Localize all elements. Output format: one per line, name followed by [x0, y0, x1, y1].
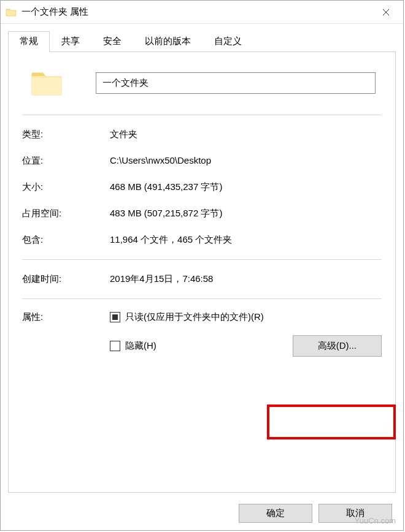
- divider: [22, 259, 382, 260]
- size-row: 大小: 468 MB (491,435,237 字节): [22, 174, 382, 200]
- tab-bar: 常规 共享 安全 以前的版本 自定义: [1, 31, 403, 51]
- location-row: 位置: C:\Users\nwx50\Desktop: [22, 148, 382, 174]
- tab-general[interactable]: 常规: [8, 31, 50, 52]
- tab-sharing[interactable]: 共享: [50, 31, 91, 51]
- folder-icon-large: [28, 64, 65, 101]
- folder-icon: [6, 7, 17, 17]
- attributes-row: 属性: 只读(仅应用于文件夹中的文件)(R): [22, 305, 382, 329]
- dialog-buttons: 确定 取消: [239, 504, 392, 523]
- close-icon: [382, 9, 390, 16]
- readonly-checkbox[interactable]: 只读(仅应用于文件夹中的文件)(R): [110, 311, 264, 323]
- created-value: 2019年4月15日，7:46:58: [110, 273, 382, 285]
- disk-size-row: 占用空间: 483 MB (507,215,872 字节): [22, 200, 382, 227]
- hidden-checkbox[interactable]: 隐藏(H): [110, 340, 156, 352]
- created-label: 创建时间:: [22, 273, 110, 285]
- attributes-label: 属性:: [22, 311, 110, 323]
- created-row: 创建时间: 2019年4月15日，7:46:58: [22, 266, 382, 292]
- hidden-row: 隐藏(H) 高级(D)...: [22, 329, 382, 363]
- location-value: C:\Users\nwx50\Desktop: [110, 155, 382, 167]
- type-value: 文件夹: [110, 129, 382, 140]
- contains-value: 11,964 个文件，465 个文件夹: [110, 234, 382, 246]
- divider: [22, 298, 382, 299]
- contains-row: 包含: 11,964 个文件，465 个文件夹: [22, 227, 382, 253]
- checkbox-indeterminate-icon: [110, 312, 120, 322]
- window-title: 一个文件夹 属性: [21, 6, 374, 18]
- size-value: 468 MB (491,435,237 字节): [110, 181, 382, 193]
- disk-size-value: 483 MB (507,215,872 字节): [110, 208, 382, 219]
- location-label: 位置:: [22, 155, 110, 167]
- type-row: 类型: 文件夹: [22, 121, 382, 148]
- hidden-label: 隐藏(H): [125, 340, 156, 352]
- contains-label: 包含:: [22, 234, 110, 246]
- tab-previous-versions[interactable]: 以前的版本: [133, 31, 202, 51]
- advanced-button[interactable]: 高级(D)...: [293, 335, 382, 357]
- titlebar: 一个文件夹 属性: [1, 1, 403, 24]
- tab-customize[interactable]: 自定义: [202, 31, 253, 51]
- checkbox-icon: [110, 341, 120, 351]
- tab-security[interactable]: 安全: [91, 31, 133, 51]
- cancel-button[interactable]: 取消: [318, 504, 392, 523]
- size-label: 大小:: [22, 181, 110, 193]
- close-button[interactable]: [374, 3, 398, 21]
- tab-content: 类型: 文件夹 位置: C:\Users\nwx50\Desktop 大小: 4…: [8, 51, 396, 493]
- name-row: [22, 64, 382, 101]
- highlight-annotation: [267, 405, 396, 439]
- readonly-label: 只读(仅应用于文件夹中的文件)(R): [125, 311, 264, 323]
- type-label: 类型:: [22, 129, 110, 140]
- properties-dialog: 一个文件夹 属性 常规 共享 安全 以前的版本 自定义 类型:: [0, 0, 404, 531]
- disk-size-label: 占用空间:: [22, 208, 110, 219]
- folder-name-input[interactable]: [96, 72, 376, 94]
- ok-button[interactable]: 确定: [239, 504, 312, 523]
- divider: [22, 115, 382, 115]
